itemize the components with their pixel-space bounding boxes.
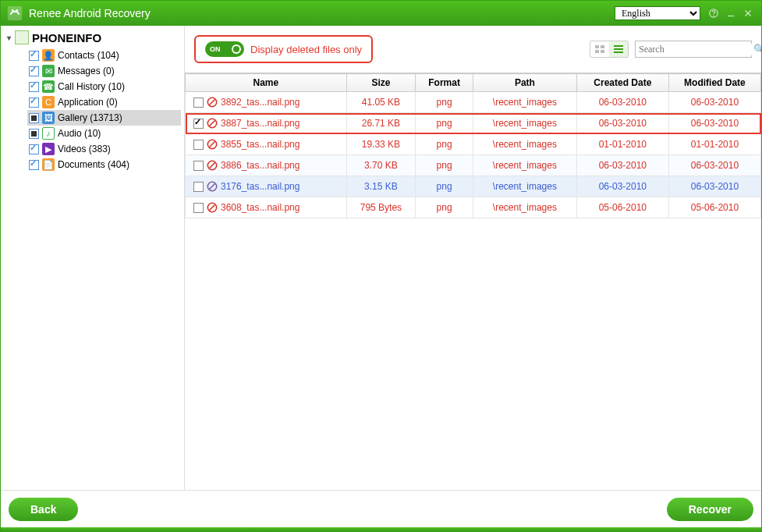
sidebar-item-3[interactable]: CApplication (0) (27, 94, 181, 110)
svg-point-1 (12, 9, 14, 12)
cell: png (416, 176, 473, 197)
cell: \recent_images (473, 155, 576, 176)
table-row[interactable]: 3855_tas...nail.png19.33 KBpng\recent_im… (186, 134, 761, 155)
cell: 06-03-2010 (668, 113, 760, 134)
recover-button[interactable]: Recover (667, 498, 753, 521)
category-checkbox[interactable] (29, 66, 39, 76)
deleted-icon (207, 139, 218, 150)
footer: Back Recover (1, 490, 761, 527)
row-checkbox[interactable] (193, 98, 204, 108)
column-header[interactable]: Size (346, 74, 416, 92)
file-name: 3176_tas...nail.png (221, 181, 299, 192)
language-select[interactable]: English (615, 6, 700, 20)
phone-icon (15, 30, 29, 44)
deleted-icon (207, 97, 218, 108)
view-mode-buttons (590, 41, 629, 58)
search-box[interactable]: 🔍 (635, 41, 752, 58)
column-header[interactable]: Name (186, 74, 347, 92)
cell: 05-06-2010 (668, 197, 760, 218)
cell: 19.33 KB (346, 134, 416, 155)
search-icon[interactable]: 🔍 (753, 44, 761, 55)
svg-line-16 (210, 100, 215, 105)
device-name-label: PHONEINFO (32, 31, 101, 44)
sidebar-item-6[interactable]: ▶Videos (383) (27, 141, 181, 157)
category-icon: ♪ (42, 127, 55, 140)
row-checkbox[interactable] (193, 182, 204, 192)
deleted-icon (207, 202, 218, 213)
cell: 3.15 KB (346, 176, 416, 197)
close-button[interactable] (739, 5, 757, 22)
cell: \recent_images (473, 176, 576, 197)
svg-rect-9 (601, 45, 604, 48)
device-root-node[interactable]: ▾ PHONEINFO (4, 30, 181, 44)
table-row[interactable]: 3892_tas...nail.png41.05 KBpng\recent_im… (186, 92, 761, 113)
category-label: Videos (383) (58, 144, 111, 154)
file-name: 3608_tas...nail.png (221, 202, 299, 213)
minimize-button[interactable] (722, 5, 739, 22)
svg-line-24 (210, 184, 215, 190)
cell: 06-03-2010 (668, 92, 760, 113)
category-label: Contacts (104) (58, 50, 119, 61)
cell: 3.70 KB (346, 155, 416, 176)
row-checkbox[interactable] (193, 140, 204, 150)
cell: 795 Bytes (346, 197, 416, 218)
category-icon: ✉ (42, 65, 55, 77)
column-header[interactable]: Format (416, 74, 473, 92)
table-row[interactable]: 3887_tas...nail.png26.71 KBpng\recent_im… (186, 113, 761, 134)
category-checkbox[interactable] (29, 160, 39, 170)
cell: \recent_images (473, 113, 576, 134)
category-checkbox[interactable] (29, 129, 39, 139)
table-row[interactable]: 3886_tas...nail.png3.70 KBpng\recent_ima… (186, 155, 761, 176)
row-checkbox[interactable] (193, 119, 204, 129)
sidebar-item-2[interactable]: ☎Call History (10) (27, 79, 181, 94)
sidebar-item-5[interactable]: ♪Audio (10) (27, 126, 181, 141)
titlebar: Renee Android Recovery English (1, 1, 761, 26)
cell: png (416, 113, 473, 134)
category-checkbox[interactable] (29, 98, 39, 108)
deleted-only-switch[interactable]: ON (205, 41, 244, 57)
row-checkbox[interactable] (193, 203, 204, 213)
svg-line-26 (210, 205, 215, 211)
svg-rect-8 (595, 45, 599, 48)
category-checkbox[interactable] (29, 51, 39, 61)
sidebar-item-0[interactable]: 👤Contacts (104) (27, 48, 181, 63)
cell: 06-03-2010 (576, 113, 668, 134)
search-input[interactable] (639, 44, 753, 55)
svg-rect-10 (595, 50, 599, 53)
app-logo-icon (5, 4, 24, 23)
cell: 06-03-2010 (576, 92, 668, 113)
svg-point-4 (714, 16, 714, 16)
category-checkbox[interactable] (29, 82, 39, 92)
help-button[interactable] (705, 5, 722, 22)
sidebar-item-4[interactable]: 🖼Gallery (13713) (27, 110, 181, 126)
sidebar: ▾ PHONEINFO 👤Contacts (104)✉Messages (0)… (1, 26, 185, 490)
column-header[interactable]: Created Date (576, 74, 668, 92)
sidebar-item-1[interactable]: ✉Messages (0) (27, 63, 181, 79)
cell: png (416, 197, 473, 218)
grid-view-button[interactable] (590, 41, 609, 57)
file-name: 3892_tas...nail.png (221, 97, 299, 108)
app-title: Renee Android Recovery (29, 7, 151, 20)
file-name: 3855_tas...nail.png (221, 139, 299, 150)
collapse-icon[interactable]: ▾ (4, 34, 13, 42)
table-row[interactable]: 3176_tas...nail.png3.15 KBpng\recent_ima… (186, 176, 761, 197)
row-checkbox[interactable] (193, 161, 204, 171)
sidebar-item-7[interactable]: 📄Documents (404) (27, 157, 181, 172)
cell: 01-01-2010 (668, 134, 760, 155)
column-header[interactable]: Path (473, 74, 576, 92)
file-name: 3887_tas...nail.png (221, 118, 299, 129)
column-header[interactable]: Modified Date (668, 74, 760, 92)
category-checkbox[interactable] (29, 144, 39, 154)
deleted-icon (207, 181, 218, 192)
table-row[interactable]: 3608_tas...nail.png795 Bytespng\recent_i… (186, 197, 761, 218)
deleted-icon (207, 118, 218, 129)
cell: 26.71 KB (346, 113, 416, 134)
svg-rect-11 (601, 50, 604, 53)
svg-rect-0 (8, 6, 22, 20)
back-button[interactable]: Back (9, 498, 78, 521)
category-checkbox[interactable] (29, 113, 39, 123)
category-label: Documents (404) (58, 159, 129, 170)
deleted-only-label: Display deleted files only (250, 44, 362, 55)
list-view-button[interactable] (609, 41, 628, 57)
cell: 01-01-2010 (576, 134, 668, 155)
